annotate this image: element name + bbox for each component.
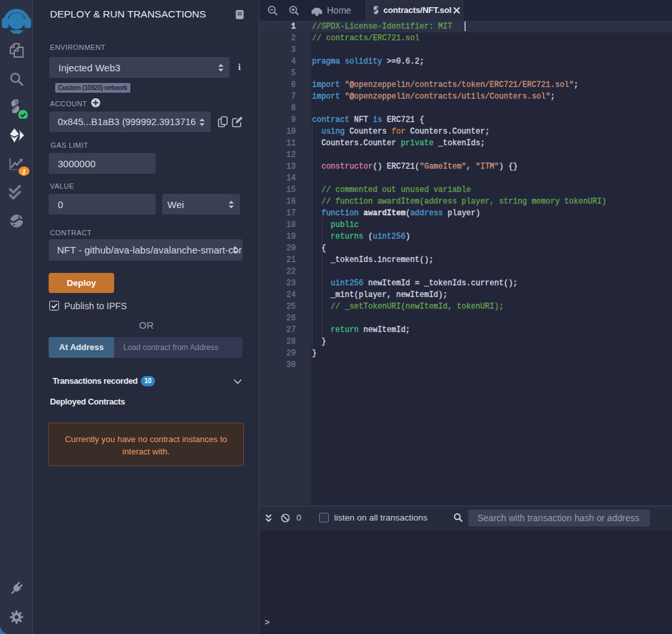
svg-text:1: 1: [22, 167, 26, 176]
